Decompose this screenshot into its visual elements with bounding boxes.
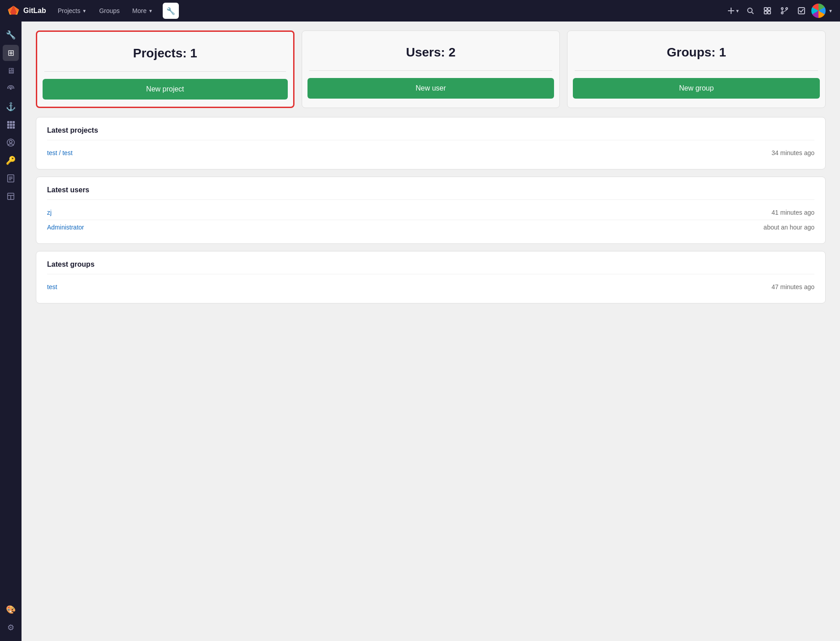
sidebar-item-apps[interactable] bbox=[3, 117, 19, 133]
search-button[interactable] bbox=[743, 4, 758, 18]
new-item-button[interactable]: ▼ bbox=[726, 4, 740, 18]
latest-groups-title: Latest groups bbox=[47, 260, 814, 269]
new-project-button[interactable]: New project bbox=[43, 79, 288, 100]
project-link-test[interactable]: test / test bbox=[47, 149, 73, 156]
command-palette-button[interactable] bbox=[760, 4, 775, 18]
svg-point-18 bbox=[10, 88, 12, 90]
user-link-admin[interactable]: Administrator bbox=[47, 224, 84, 231]
svg-rect-24 bbox=[13, 124, 15, 126]
svg-point-15 bbox=[781, 12, 783, 14]
sidebar: 🔧 ⊞ 🖥 ⚓ bbox=[0, 22, 22, 641]
plus-chevron-icon: ▼ bbox=[735, 9, 740, 13]
svg-rect-19 bbox=[7, 121, 9, 123]
groups-stat-card: Groups: 1 New group bbox=[567, 30, 826, 108]
list-item: zj 41 minutes ago bbox=[47, 205, 814, 220]
sidebar-item-settings[interactable]: ⚙ bbox=[3, 619, 19, 636]
svg-rect-25 bbox=[7, 126, 9, 129]
svg-rect-10 bbox=[768, 8, 771, 10]
stats-row: Projects: 1 New project Users: 2 New use… bbox=[36, 30, 826, 108]
nav-actions: ▼ bbox=[726, 4, 833, 18]
sidebar-item-keys[interactable]: 🔑 bbox=[3, 152, 19, 169]
chevron-down-icon-more: ▼ bbox=[148, 9, 153, 13]
latest-projects-title: Latest projects bbox=[47, 126, 814, 134]
projects-stat-card: Projects: 1 New project bbox=[36, 30, 294, 108]
new-user-button[interactable]: New user bbox=[307, 78, 554, 99]
latest-projects-card: Latest projects test / test 34 minutes a… bbox=[36, 117, 826, 169]
apps-icon bbox=[6, 120, 15, 129]
project-time-test: 34 minutes ago bbox=[771, 149, 814, 156]
group-time-test: 47 minutes ago bbox=[771, 283, 814, 290]
svg-rect-6 bbox=[728, 10, 734, 11]
new-group-button[interactable]: New group bbox=[573, 78, 820, 99]
wrench-active-icon: 🔧 bbox=[166, 7, 175, 15]
latest-groups-card: Latest groups test 47 minutes ago bbox=[36, 251, 826, 303]
svg-rect-12 bbox=[768, 11, 771, 14]
user-avatar[interactable] bbox=[811, 4, 826, 18]
sidebar-item-signals[interactable] bbox=[3, 81, 19, 97]
svg-point-14 bbox=[786, 8, 788, 9]
user-link-zj[interactable]: zj bbox=[47, 209, 52, 216]
groups-count: Groups: 1 bbox=[567, 31, 825, 70]
svg-rect-26 bbox=[10, 126, 12, 129]
groups-divider bbox=[575, 70, 818, 71]
group-link-test[interactable]: test bbox=[47, 283, 57, 290]
latest-users-title: Latest users bbox=[47, 186, 814, 194]
package-icon bbox=[6, 192, 15, 201]
sidebar-item-admin[interactable]: 🔧 bbox=[3, 27, 19, 43]
svg-point-29 bbox=[9, 140, 12, 143]
main-content: Projects: 1 New project Users: 2 New use… bbox=[22, 22, 840, 641]
list-item: Administrator about an hour ago bbox=[47, 220, 814, 234]
svg-point-13 bbox=[781, 8, 783, 9]
svg-rect-21 bbox=[13, 121, 15, 123]
nav-projects[interactable]: Projects ▼ bbox=[53, 5, 91, 16]
users-stat-card: Users: 2 New user bbox=[302, 30, 560, 108]
sidebar-item-anchor[interactable]: ⚓ bbox=[3, 99, 19, 115]
gitlab-text: GitLab bbox=[23, 7, 46, 15]
user-time-zj: 41 minutes ago bbox=[771, 209, 814, 216]
merge-requests-button[interactable] bbox=[777, 4, 792, 18]
projects-divider bbox=[44, 71, 286, 72]
users-list-divider bbox=[47, 199, 814, 200]
user-time-admin: about an hour ago bbox=[763, 224, 814, 231]
gitlab-logo-icon bbox=[7, 4, 20, 17]
svg-rect-22 bbox=[7, 124, 9, 126]
svg-rect-23 bbox=[10, 124, 12, 126]
gitlab-logo[interactable]: GitLab bbox=[7, 4, 46, 17]
signal-icon bbox=[6, 84, 15, 93]
sidebar-item-docs[interactable] bbox=[3, 170, 19, 186]
sidebar-item-packages[interactable] bbox=[3, 188, 19, 204]
projects-count: Projects: 1 bbox=[37, 32, 293, 71]
svg-rect-11 bbox=[764, 11, 767, 14]
groups-list-divider bbox=[47, 274, 814, 274]
todos-button[interactable] bbox=[794, 4, 809, 18]
todo-icon bbox=[797, 7, 805, 15]
users-count: Users: 2 bbox=[302, 31, 560, 70]
sidebar-item-monitor[interactable]: 🖥 bbox=[3, 63, 19, 79]
page-layout: 🔧 ⊞ 🖥 ⚓ bbox=[0, 22, 840, 641]
plus-icon bbox=[727, 7, 735, 15]
search-icon bbox=[746, 7, 754, 15]
sidebar-item-users[interactable] bbox=[3, 134, 19, 151]
svg-rect-27 bbox=[13, 126, 15, 129]
command-palette-icon bbox=[763, 7, 771, 15]
top-nav: GitLab Projects ▼ Groups More ▼ 🔧 ▼ bbox=[0, 0, 840, 22]
svg-rect-20 bbox=[10, 121, 12, 123]
list-item: test / test 34 minutes ago bbox=[47, 146, 814, 160]
svg-point-7 bbox=[748, 8, 752, 13]
chevron-down-icon: ▼ bbox=[82, 9, 87, 13]
list-item: test 47 minutes ago bbox=[47, 280, 814, 294]
sidebar-item-dashboard[interactable]: ⊞ bbox=[3, 45, 19, 61]
sidebar-item-palette[interactable]: 🎨 bbox=[3, 602, 19, 618]
svg-rect-9 bbox=[764, 8, 767, 10]
nav-more[interactable]: More ▼ bbox=[128, 5, 157, 16]
document-icon bbox=[6, 174, 15, 183]
user-face-icon bbox=[6, 138, 15, 147]
nav-groups[interactable]: Groups bbox=[95, 5, 124, 16]
active-tool-button[interactable]: 🔧 bbox=[163, 3, 179, 19]
projects-list-divider bbox=[47, 140, 814, 140]
users-divider bbox=[309, 70, 553, 71]
avatar-chevron-icon: ▼ bbox=[828, 9, 833, 13]
merge-request-icon bbox=[780, 7, 788, 15]
latest-users-card: Latest users zj 41 minutes ago Administr… bbox=[36, 177, 826, 244]
svg-line-8 bbox=[752, 12, 753, 14]
